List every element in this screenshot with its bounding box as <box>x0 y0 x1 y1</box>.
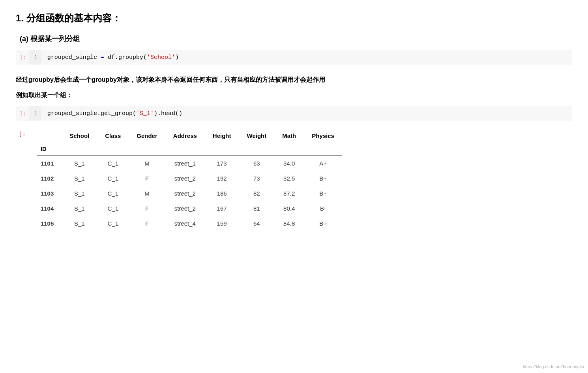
code-cell-2: ]: 1 grouped_single.get_group('S_1').hea… <box>16 106 572 121</box>
row-height-1105: 159 <box>205 216 239 231</box>
row-class-1102: C_1 <box>97 171 129 186</box>
row-gender-1104: F <box>129 201 165 216</box>
line-number-1: 1 <box>29 50 41 64</box>
output-cell: ]: School Class Gender Address Height We… <box>16 129 572 231</box>
row-id-1101: 1101 <box>37 156 62 171</box>
table-row: 1104 S_1 C_1 F street_2 167 81 80.4 B- <box>37 201 342 216</box>
col-header-physics: Physics <box>304 129 342 142</box>
row-school-1103: S_1 <box>62 186 97 201</box>
row-class-1104: C_1 <box>97 201 129 216</box>
code-middle-1: df.groupby( <box>108 54 147 61</box>
code-equals-1: = <box>101 54 104 61</box>
code-suffix-2: ).head() <box>154 110 182 117</box>
row-height-1104: 167 <box>205 201 239 216</box>
row-height-1101: 173 <box>205 156 239 171</box>
col-header-class: Class <box>97 129 129 142</box>
row-id-1102: 1102 <box>37 171 62 186</box>
row-physics-1103: B+ <box>304 186 342 201</box>
index-name: ID <box>37 142 62 156</box>
row-address-1105: street_4 <box>165 216 205 231</box>
data-table: School Class Gender Address Height Weigh… <box>37 129 342 231</box>
table-row: 1102 S_1 C_1 F street_2 192 73 32.5 B+ <box>37 171 342 186</box>
row-class-1105: C_1 <box>97 216 129 231</box>
code-string-1: 'School' <box>147 54 175 61</box>
code-suffix-1: ) <box>175 54 179 61</box>
row-school-1104: S_1 <box>62 201 97 216</box>
col-header-math: Math <box>274 129 304 142</box>
cell-label-2: ]: <box>16 106 29 121</box>
row-math-1102: 32.5 <box>274 171 304 186</box>
col-header-gender: Gender <box>129 129 165 142</box>
row-id-1105: 1105 <box>37 216 62 231</box>
row-school-1101: S_1 <box>62 156 97 171</box>
row-weight-1105: 64 <box>239 216 275 231</box>
description-text: 经过groupby后会生成一个groupby对象，该对象本身不会返回任何东西，只… <box>16 75 572 85</box>
table-row: 1101 S_1 C_1 M street_1 173 63 34.0 A+ <box>37 156 342 171</box>
col-header-empty <box>37 129 62 142</box>
row-physics-1104: B- <box>304 201 342 216</box>
row-address-1104: street_2 <box>165 201 205 216</box>
row-address-1102: street_2 <box>165 171 205 186</box>
row-math-1103: 87.2 <box>274 186 304 201</box>
row-school-1105: S_1 <box>62 216 97 231</box>
table-container: School Class Gender Address Height Weigh… <box>37 129 572 231</box>
col-header-weight: Weight <box>239 129 275 142</box>
code-content-1: grouped_single = df.groupby('School') <box>41 50 572 65</box>
row-class-1101: C_1 <box>97 156 129 171</box>
code-text-prefix-1: grouped_single <box>47 54 101 61</box>
row-weight-1101: 63 <box>239 156 275 171</box>
row-height-1103: 186 <box>205 186 239 201</box>
column-header-row: School Class Gender Address Height Weigh… <box>37 129 342 142</box>
row-address-1101: street_1 <box>165 156 205 171</box>
col-header-height: Height <box>205 129 239 142</box>
code-prefix-2: grouped_single.get_group( <box>47 110 136 117</box>
output-label: ]: <box>16 129 29 137</box>
row-weight-1102: 73 <box>239 171 275 186</box>
row-weight-1104: 81 <box>239 201 275 216</box>
index-header-row: ID <box>37 142 342 156</box>
col-header-school: School <box>62 129 97 142</box>
line-number-2: 1 <box>29 106 41 121</box>
row-physics-1105: B+ <box>304 216 342 231</box>
row-gender-1103: M <box>129 186 165 201</box>
row-physics-1102: B+ <box>304 171 342 186</box>
page-title: 1. 分组函数的基本内容： <box>16 12 572 24</box>
code-cell-1: ]: 1 grouped_single = df.groupby('School… <box>16 50 572 65</box>
row-gender-1102: F <box>129 171 165 186</box>
row-school-1102: S_1 <box>62 171 97 186</box>
row-gender-1101: M <box>129 156 165 171</box>
row-class-1103: C_1 <box>97 186 129 201</box>
row-id-1103: 1103 <box>37 186 62 201</box>
index-spacer <box>62 142 342 156</box>
col-header-address: Address <box>165 129 205 142</box>
row-gender-1105: F <box>129 216 165 231</box>
code-content-2: grouped_single.get_group('S_1').head() <box>41 106 572 121</box>
example-label: 例如取出某一个组： <box>16 91 572 100</box>
row-id-1104: 1104 <box>37 201 62 216</box>
code-string-2: 'S_1' <box>136 110 154 117</box>
row-physics-1101: A+ <box>304 156 342 171</box>
row-height-1102: 192 <box>205 171 239 186</box>
row-math-1104: 80.4 <box>274 201 304 216</box>
table-row: 1103 S_1 C_1 M street_2 186 82 87.2 B+ <box>37 186 342 201</box>
watermark: https://blog.csdn.net/huenongliu <box>523 364 584 369</box>
table-row: 1105 S_1 C_1 F street_4 159 64 84.8 B+ <box>37 216 342 231</box>
row-weight-1103: 82 <box>239 186 275 201</box>
row-address-1103: street_2 <box>165 186 205 201</box>
section-subtitle-a: (a) 根据某一列分组 <box>16 34 572 43</box>
cell-label-1: ]: <box>16 50 29 64</box>
row-math-1105: 84.8 <box>274 216 304 231</box>
row-math-1101: 34.0 <box>274 156 304 171</box>
